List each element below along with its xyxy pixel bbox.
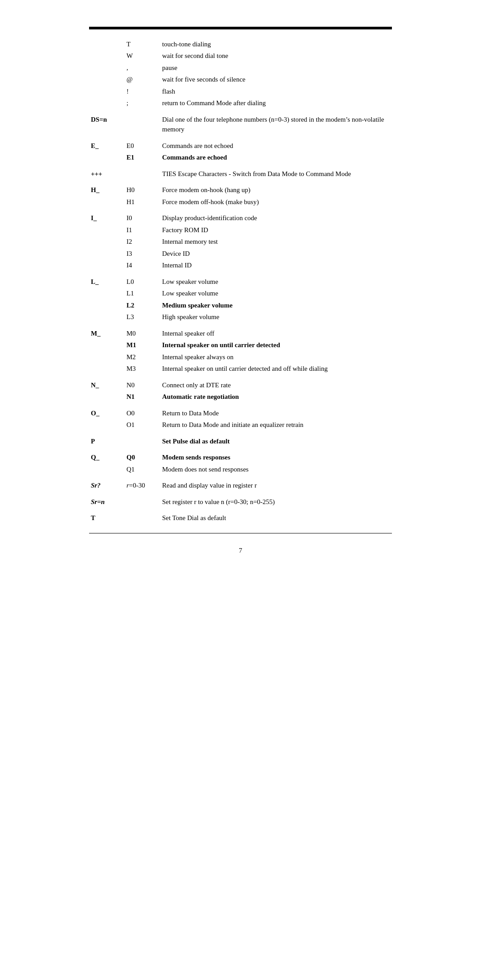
desc-cell: Connect only at DTE rate	[160, 379, 392, 391]
cmd-cell	[89, 196, 125, 208]
desc-cell: Read and display value in register r	[160, 480, 392, 492]
sub-cell: E0	[125, 140, 160, 152]
table-row: , pause	[89, 62, 392, 74]
cmd-cell	[89, 391, 125, 403]
cmd-cell: Sr=n	[89, 496, 125, 508]
desc-cell: High speaker volume	[160, 311, 392, 323]
table-row: ; return to Command Mode after dialing	[89, 97, 392, 109]
cmd-cell	[89, 248, 125, 260]
sub-cell: I0	[125, 212, 160, 224]
sub-cell: Q1	[125, 463, 160, 476]
table-row: Q_ Q0 Modem sends responses	[89, 451, 392, 463]
sub-cell: !	[125, 86, 160, 98]
cmd-cell	[89, 86, 125, 98]
sub-cell: M2	[125, 351, 160, 363]
cmd-cell: T	[89, 512, 125, 524]
spacer-row	[89, 271, 392, 276]
sub-cell: ;	[125, 97, 160, 109]
spacer-row	[89, 208, 392, 212]
table-row: N1 Automatic rate negotiation	[89, 391, 392, 403]
cmd-cell: Sr?	[89, 480, 125, 492]
sub-cell: E1	[125, 152, 160, 164]
desc-cell: Modem sends responses	[160, 451, 392, 463]
spacer-row	[89, 323, 392, 328]
desc-cell: return to Command Mode after dialing	[160, 97, 392, 109]
sub-cell: O1	[125, 419, 160, 431]
desc-cell: Display product-identification code	[160, 212, 392, 224]
table-row: L1 Low speaker volume	[89, 287, 392, 299]
desc-cell: Set Pulse dial as default	[160, 435, 392, 447]
table-row: I3 Device ID	[89, 248, 392, 260]
cmd-cell: O_	[89, 407, 125, 419]
desc-cell: wait for second dial tone	[160, 50, 392, 62]
cmd-cell	[89, 152, 125, 164]
cmd-cell	[89, 419, 125, 431]
sub-cell: M0	[125, 328, 160, 340]
desc-cell: Force modem on-hook (hang up)	[160, 184, 392, 196]
cmd-cell	[89, 287, 125, 299]
cmd-cell	[89, 97, 125, 109]
desc-cell: Commands are not echoed	[160, 140, 392, 152]
top-thin-rule	[89, 29, 392, 29]
cmd-cell	[89, 351, 125, 363]
cmd-cell	[89, 299, 125, 312]
command-table: T touch-tone dialing W wait for second d…	[89, 38, 392, 524]
desc-cell: Low speaker volume	[160, 276, 392, 288]
cmd-cell: N_	[89, 379, 125, 391]
spacer-row	[89, 164, 392, 168]
cmd-cell	[89, 463, 125, 476]
table-row: L2 Medium speaker volume	[89, 299, 392, 312]
desc-cell: Internal ID	[160, 259, 392, 271]
sub-cell: W	[125, 50, 160, 62]
table-row: O_ O0 Return to Data Mode	[89, 407, 392, 419]
spacer-row	[89, 135, 392, 140]
spacer-row	[89, 508, 392, 512]
sub-cell: L0	[125, 276, 160, 288]
table-row: T Set Tone Dial as default	[89, 512, 392, 524]
cmd-cell	[89, 38, 125, 50]
sub-cell	[125, 114, 160, 135]
table-row: W wait for second dial tone	[89, 50, 392, 62]
table-row: @ wait for five seconds of silence	[89, 74, 392, 86]
cmd-cell	[89, 74, 125, 86]
cmd-cell: M_	[89, 328, 125, 340]
sub-cell	[125, 512, 160, 524]
sub-cell: I2	[125, 236, 160, 248]
cmd-cell: +++	[89, 168, 125, 180]
sub-cell: N0	[125, 379, 160, 391]
desc-cell: Medium speaker volume	[160, 299, 392, 312]
table-row: DS=n Dial one of the four telephone numb…	[89, 114, 392, 135]
desc-cell: Device ID	[160, 248, 392, 260]
sub-cell: H1	[125, 196, 160, 208]
sub-cell: N1	[125, 391, 160, 403]
spacer-row	[89, 447, 392, 451]
spacer-row	[89, 109, 392, 114]
table-row: O1 Return to Data Mode and initiate an e…	[89, 419, 392, 431]
desc-cell: Internal speaker on until carrier detect…	[160, 363, 392, 375]
sub-cell: @	[125, 74, 160, 86]
table-row: +++ TIES Escape Characters - Switch from…	[89, 168, 392, 180]
table-row: M2 Internal speaker always on	[89, 351, 392, 363]
sub-cell: M3	[125, 363, 160, 375]
desc-cell: Set Tone Dial as default	[160, 512, 392, 524]
table-row: H_ H0 Force modem on-hook (hang up)	[89, 184, 392, 196]
sub-cell: I1	[125, 224, 160, 236]
sub-cell: Q0	[125, 451, 160, 463]
desc-cell: touch-tone dialing	[160, 38, 392, 50]
desc-cell: Return to Data Mode and initiate an equa…	[160, 419, 392, 431]
cmd-cell	[89, 224, 125, 236]
cmd-cell	[89, 62, 125, 74]
cmd-cell	[89, 259, 125, 271]
table-row: M1 Internal speaker on until carrier det…	[89, 339, 392, 351]
table-row: Sr? r=0-30 Read and display value in reg…	[89, 480, 392, 492]
spacer-row	[89, 403, 392, 407]
sub-cell: M1	[125, 339, 160, 351]
cmd-cell: DS=n	[89, 114, 125, 135]
desc-cell: Factory ROM ID	[160, 224, 392, 236]
cmd-cell: E_	[89, 140, 125, 152]
cmd-cell: P	[89, 435, 125, 447]
table-row: M3 Internal speaker on until carrier det…	[89, 363, 392, 375]
sub-cell: I3	[125, 248, 160, 260]
table-row: M_ M0 Internal speaker off	[89, 328, 392, 340]
sub-cell: r=0-30	[125, 480, 160, 492]
